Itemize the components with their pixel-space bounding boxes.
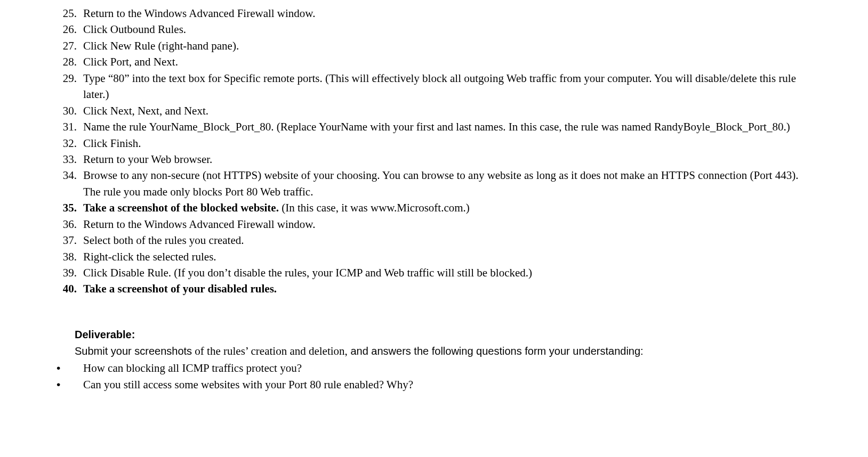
step-text: Return to the Windows Advanced Firewall … [83,5,815,21]
bullet-dot-icon: • [53,360,83,376]
step-number: 25. [53,5,83,21]
deliverable-section: Deliverable: Submit your screenshots of … [53,327,815,359]
step-item: 30.Click Next, Next, and Next. [53,103,815,119]
step-text: Click Port, and Next. [83,54,815,70]
step-text: Name the rule YourName_Block_Port_80. (R… [83,119,815,135]
bullet-item: •How can blocking all ICMP traffics prot… [53,360,815,376]
step-item: 36.Return to the Windows Advanced Firewa… [53,216,815,232]
numbered-steps-list: 25.Return to the Windows Advanced Firewa… [53,5,815,297]
step-text: Click New Rule (right-hand pane). [83,38,815,54]
step-text: Return to your Web browser. [83,151,815,167]
step-text: Take a screenshot of your disabled rules… [83,281,815,297]
step-item: 33.Return to your Web browser. [53,151,815,167]
step-text: Click Outbound Rules. [83,21,815,37]
step-number: 39. [53,265,83,281]
step-item: 39.Click Disable Rule. (If you don’t dis… [53,265,815,281]
step-number: 27. [53,38,83,54]
step-number: 38. [53,249,83,265]
step-item: 38.Right-click the selected rules. [53,249,815,265]
deliverable-intro: Submit your screenshots of the rules’ cr… [75,344,815,359]
step-text: Click Finish. [83,135,815,151]
step-text: Right-click the selected rules. [83,249,815,265]
step-text: Type “80” into the text box for Specific… [83,70,815,103]
step-number: 37. [53,232,83,248]
step-plain-text: (In this case, it was www.Microsoft.com.… [282,201,470,214]
step-text: Take a screenshot of the blocked website… [83,200,815,216]
step-number: 29. [53,70,83,103]
step-number: 40. [53,281,83,297]
step-item: 35.Take a screenshot of the blocked webs… [53,200,815,216]
step-item: 34.Browse to any non-secure (not HTTPS) … [53,167,815,200]
intro-part-3: and answers the following questions form… [348,345,644,357]
bullet-text: Can you still access some websites with … [83,377,815,393]
step-item: 27.Click New Rule (right-hand pane). [53,38,815,54]
step-text: Click Disable Rule. (If you don’t disabl… [83,265,815,281]
step-number: 33. [53,151,83,167]
intro-part-2: of the rules’ creation and deletion, [192,345,348,357]
step-text: Select both of the rules you created. [83,232,815,248]
step-item: 28.Click Port, and Next. [53,54,815,70]
step-item: 32.Click Finish. [53,135,815,151]
step-number: 34. [53,167,83,200]
bullet-text: How can blocking all ICMP traffics prote… [83,360,815,376]
intro-part-1: Submit your screenshots [75,345,192,357]
step-item: 25.Return to the Windows Advanced Firewa… [53,5,815,21]
step-item: 29.Type “80” into the text box for Speci… [53,70,815,103]
step-item: 31.Name the rule YourName_Block_Port_80.… [53,119,815,135]
deliverable-bullets: •How can blocking all ICMP traffics prot… [53,360,815,393]
step-item: 40.Take a screenshot of your disabled ru… [53,281,815,297]
bullet-item: •Can you still access some websites with… [53,377,815,393]
deliverable-heading: Deliverable: [75,327,815,342]
step-text: Click Next, Next, and Next. [83,103,815,119]
step-text: Return to the Windows Advanced Firewall … [83,216,815,232]
step-number: 30. [53,103,83,119]
step-item: 26.Click Outbound Rules. [53,21,815,37]
step-bold-text: Take a screenshot of your disabled rules… [83,282,277,295]
step-item: 37.Select both of the rules you created. [53,232,815,248]
step-number: 26. [53,21,83,37]
step-number: 35. [53,200,83,216]
step-number: 31. [53,119,83,135]
step-text: Browse to any non-secure (not HTTPS) web… [83,167,815,200]
step-number: 28. [53,54,83,70]
step-number: 36. [53,216,83,232]
step-number: 32. [53,135,83,151]
step-bold-text: Take a screenshot of the blocked website… [83,201,282,214]
bullet-dot-icon: • [53,377,83,393]
